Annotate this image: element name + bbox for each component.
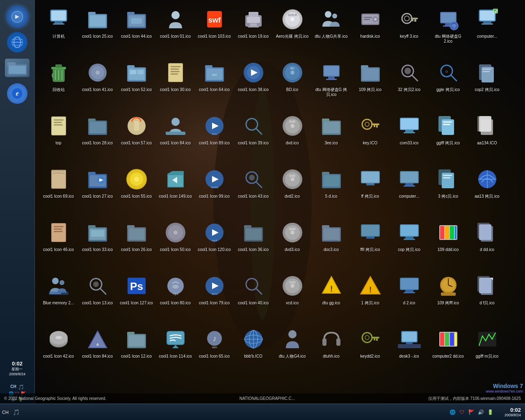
svg-rect-221 bbox=[405, 237, 413, 239]
icon-cool1-50[interactable]: cool1 Icon 50.ico bbox=[156, 217, 195, 271]
icon-aa134[interactable]: aa134.ICO bbox=[468, 111, 507, 164]
icon-cool1-39[interactable]: cool1 Icon 39.ico bbox=[234, 111, 273, 164]
icon-dtuhh[interactable]: dtuhh.ico bbox=[312, 324, 351, 377]
icon-cool1-103[interactable]: swf cool1 Icon 103.ico bbox=[195, 4, 234, 57]
icon-32-copy[interactable]: 32 拷贝2.ico bbox=[390, 57, 429, 111]
svg-text:G: G bbox=[445, 70, 447, 73]
icon-1-copy[interactable]: ! 1 拷贝.ico bbox=[351, 271, 390, 324]
icon-5d[interactable]: 5 d.ico bbox=[312, 164, 351, 217]
icon-cool1-38[interactable]: cool1 Icon 38.ico bbox=[234, 57, 273, 111]
icon-dtu-network[interactable]: dtu 网络硬盘G 2.ico bbox=[429, 4, 468, 57]
icon-cool1-26[interactable]: cool1 Icon 26.ico bbox=[117, 217, 156, 271]
icon-3ee[interactable]: 3ee.ico bbox=[312, 111, 351, 164]
icon-cool1-40[interactable]: cool1 Icon 40.ico bbox=[234, 271, 273, 324]
tray-security[interactable]: 🛡 bbox=[458, 408, 466, 416]
tray-battery[interactable]: 🔋 bbox=[486, 408, 494, 416]
icon-cop-copy[interactable]: cop 拷贝.ico bbox=[390, 217, 429, 271]
ie-button[interactable] bbox=[7, 32, 27, 52]
icon-keydd2[interactable]: keydd2.ico bbox=[351, 324, 390, 377]
icon-cool1-28[interactable]: cool1 Icon 28.ico bbox=[78, 111, 117, 164]
icon-desk3[interactable]: desk3 -.ico bbox=[390, 324, 429, 377]
icon-cool1-33[interactable]: cool1 Icon 33.ico bbox=[78, 217, 117, 271]
icon-computer-copy[interactable]: computer... bbox=[468, 4, 507, 57]
icon-dtu-network-copy[interactable]: dtu 网络硬盘G 拷贝.ico bbox=[312, 57, 351, 111]
svg-line-165 bbox=[256, 182, 262, 187]
ie2-button[interactable]: e bbox=[7, 83, 27, 104]
icon-cool1-13[interactable]: ? cool1 Icon 13.ico bbox=[78, 271, 117, 324]
icon-ggle-copy[interactable]: G ggle 拷贝.ico bbox=[429, 57, 468, 111]
icon-cop2-copy[interactable]: cop2 拷贝.ico bbox=[468, 57, 507, 111]
icon-bbb-b[interactable]: bbb'b.ICO bbox=[234, 324, 273, 377]
icon-cool1-55[interactable]: cool1 Icon 55.ico bbox=[117, 164, 156, 217]
tray-flag[interactable]: 🚩 bbox=[467, 408, 475, 416]
icon-cool1-43[interactable]: cool1 Icon 43.ico bbox=[234, 164, 273, 217]
icon-top[interactable]: top bbox=[39, 111, 78, 164]
icon-key-ico[interactable]: key.ICO bbox=[351, 111, 390, 164]
icon-d-dd[interactable]: d dd.ico bbox=[468, 217, 507, 271]
icon-cool1-79[interactable]: wmv cool1 Icon 79.ico bbox=[195, 271, 234, 324]
icon-cool1-57[interactable]: cool1 Icon 57.ico bbox=[117, 111, 156, 164]
icon-cool1-65[interactable]: ♪ wav cool1 Icon 65.ico bbox=[195, 324, 234, 377]
icon-cool1-42[interactable]: cool1 Icon 42.ico bbox=[39, 324, 78, 377]
icon-dvd2[interactable]: DVD dvd2.ico bbox=[273, 164, 312, 217]
icon-doc3[interactable]: doc3.ico bbox=[312, 217, 351, 271]
icon-cool1-25[interactable]: cool1 Icon 25.ico bbox=[78, 4, 117, 57]
icon-109-fff[interactable]: 109 拷fff.ico bbox=[429, 271, 468, 324]
icon-cool1-84[interactable]: cool1 Icon 84.ico bbox=[156, 111, 195, 164]
icon-bd[interactable]: BD BD.ico bbox=[273, 57, 312, 111]
icon-109-ddd[interactable]: 109 ddd.ico bbox=[429, 217, 468, 271]
icon-cool1-01[interactable]: cool1 Icon 01.ico bbox=[156, 4, 195, 57]
start-button[interactable] bbox=[6, 5, 29, 28]
icon-ff-copy[interactable]: ff 拷贝.ico bbox=[351, 164, 390, 217]
sidebar-clock: 0:02 星期一 2009/8/24 bbox=[9, 361, 25, 376]
icon-vcd[interactable]: VCD vcd.ico bbox=[273, 271, 312, 324]
icon-cool1-99[interactable]: media cool1 Icon 99.ico bbox=[195, 164, 234, 217]
icon-cool1-36[interactable]: cool1 Icon 36.ico bbox=[234, 217, 273, 271]
icon-dtu-gg[interactable]: ! dtu gg.ico bbox=[312, 271, 351, 324]
icon-cool1-69[interactable]: cool1 Icon 69.ico bbox=[39, 164, 78, 217]
icon-dvd[interactable]: DVD dvd.ico bbox=[273, 111, 312, 164]
icon-recycle-bin[interactable]: 回收站 bbox=[39, 57, 78, 111]
icon-cool1-64[interactable]: avi cool1 Icon 64.ico bbox=[195, 57, 234, 111]
icon-cool1-114[interactable]: cool1 Icon 114.ico bbox=[156, 324, 195, 377]
icon-cool1-89[interactable]: mov cool1 Icon 89.ico bbox=[195, 111, 234, 164]
icon-cool1-27[interactable]: cool1 Icon 27.ico bbox=[78, 164, 117, 217]
tray-network[interactable]: 🌐 bbox=[448, 408, 457, 416]
icon-cool1-30[interactable]: cool1 Icon 30.ico bbox=[156, 57, 195, 111]
folder-button[interactable] bbox=[5, 59, 30, 77]
svg-point-128 bbox=[290, 124, 294, 128]
icon-gglff-m[interactable]: gglff m贝.ico bbox=[468, 324, 507, 377]
icon-gglff-copy[interactable]: gglff 拷贝.ico bbox=[429, 111, 468, 164]
icon-blue-memory[interactable]: Blue memory 2... bbox=[39, 271, 78, 324]
svg-rect-183 bbox=[443, 175, 452, 176]
icon-aero-dvd[interactable]: DVD-R Aero光碟 拷贝.ico bbox=[273, 4, 312, 57]
icon-ffll-copy[interactable]: ffll 拷贝.ico bbox=[351, 217, 390, 271]
icon-hardisk[interactable]: hardisk.ico bbox=[351, 4, 390, 57]
icon-computer2[interactable]: computer... bbox=[390, 164, 429, 217]
icon-cool1-41[interactable]: cool1 Icon 41.ico bbox=[78, 57, 117, 111]
icon-computer2-dd[interactable]: computer2 dd.ico bbox=[429, 324, 468, 377]
icon-dtu-person-g4[interactable]: dtu 人物G4.ico bbox=[273, 324, 312, 377]
icon-com33[interactable]: com33.ico bbox=[390, 111, 429, 164]
icon-cool1-84b[interactable]: A cool1 Icon 84.ico bbox=[78, 324, 117, 377]
icon-cool1-127[interactable]: Ps cool1 Icon 127.ico bbox=[117, 271, 156, 324]
svg-rect-120 bbox=[166, 132, 185, 135]
icon-aa13-copy[interactable]: aa13 拷贝.ico bbox=[468, 164, 507, 217]
icon-109-copy[interactable]: 109 拷贝.ico bbox=[351, 57, 390, 111]
icon-cool1-120[interactable]: mp4 cool1 Icon 120.ico bbox=[195, 217, 234, 271]
icon-3-copy-c[interactable]: 3 拷c贝.ico bbox=[429, 164, 468, 217]
icon-cool1-80[interactable]: mp3 cool1 Icon 80.ico bbox=[156, 271, 195, 324]
icon-dvd3[interactable]: DVD dvd3.ico bbox=[273, 217, 312, 271]
tray-volume[interactable]: 🔊 bbox=[477, 408, 485, 416]
icon-cool1-46[interactable]: cool1 Icon 46.ico bbox=[39, 217, 78, 271]
icon-cool1-44[interactable]: cool1 Icon 44.ico bbox=[117, 4, 156, 57]
icon-cool1-12[interactable]: cool1 Icon 12.ico bbox=[117, 324, 156, 377]
icon-d-f-copy[interactable]: d f贝.ico bbox=[468, 271, 507, 324]
icon-keyff[interactable]: keyff 3.ico bbox=[390, 4, 429, 57]
icon-cool1-149[interactable]: cool1 Icon 149.ico bbox=[156, 164, 195, 217]
icon-cool1-52[interactable]: cool1 Icon 52.ico bbox=[117, 57, 156, 111]
icon-cool1-19[interactable]: cool1 Icon 19.ico bbox=[234, 4, 273, 57]
icon-computer[interactable]: 计算机 bbox=[39, 4, 78, 57]
icon-d-2[interactable]: d 2.ico bbox=[390, 271, 429, 324]
icon-dtu-person[interactable]: dtu 人物G共享.ico bbox=[312, 4, 351, 57]
